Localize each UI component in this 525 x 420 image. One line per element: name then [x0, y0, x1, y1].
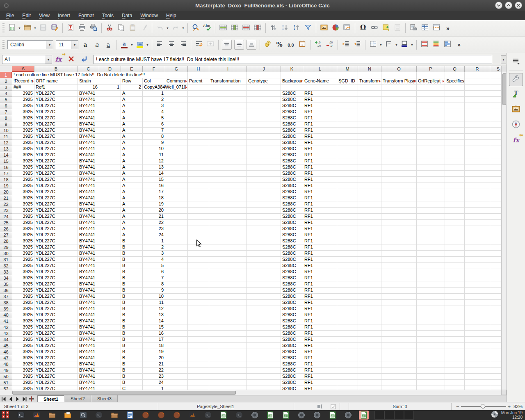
- cell[interactable]: [381, 232, 417, 238]
- cell[interactable]: [247, 257, 281, 263]
- cell[interactable]: [99, 275, 121, 281]
- cell[interactable]: [337, 269, 358, 275]
- zoom-slider[interactable]: − +: [456, 402, 511, 411]
- cell[interactable]: [209, 355, 247, 361]
- redo-dropdown-icon[interactable]: ▼: [181, 23, 185, 34]
- cell[interactable]: BY4741: [78, 318, 99, 324]
- cell[interactable]: [165, 306, 188, 312]
- cell[interactable]: [358, 72, 381, 78]
- cell[interactable]: [417, 183, 445, 189]
- cell[interactable]: YDL227C: [34, 343, 78, 349]
- toolbar-grip[interactable]: [2, 23, 5, 33]
- cell[interactable]: Specifics: [445, 78, 465, 84]
- cell[interactable]: [381, 374, 417, 380]
- cell[interactable]: [188, 380, 209, 386]
- font-color-button[interactable]: a: [119, 39, 130, 50]
- cell[interactable]: [465, 158, 490, 164]
- zoom-percent[interactable]: 83%: [514, 402, 523, 411]
- cell[interactable]: [99, 300, 121, 306]
- minimize-button[interactable]: [495, 2, 502, 9]
- cell[interactable]: BY4741: [78, 109, 99, 115]
- cell[interactable]: 16: [78, 84, 99, 91]
- format-date-button[interactable]: 3: [297, 39, 308, 50]
- cell[interactable]: [417, 238, 445, 244]
- cell[interactable]: RF1: [303, 121, 337, 128]
- cell[interactable]: [465, 275, 490, 281]
- cell[interactable]: [337, 324, 358, 331]
- taskbar-firefox-icon[interactable]: [172, 411, 182, 420]
- cell[interactable]: 3925: [12, 380, 34, 386]
- cell[interactable]: [417, 208, 445, 214]
- cell[interactable]: [99, 183, 121, 189]
- sidebar-properties-button[interactable]: [509, 73, 523, 86]
- insert-image-button[interactable]: [319, 23, 329, 34]
- cell[interactable]: A: [121, 183, 143, 189]
- cell[interactable]: [358, 349, 381, 355]
- taskbar-matlab-icon[interactable]: [32, 411, 41, 420]
- cell[interactable]: [465, 324, 490, 331]
- cell[interactable]: RF1: [303, 140, 337, 146]
- cell[interactable]: [358, 275, 381, 281]
- cell[interactable]: [381, 386, 417, 390]
- cell[interactable]: 23: [143, 374, 165, 380]
- cell[interactable]: [445, 164, 465, 171]
- cell[interactable]: [337, 275, 358, 281]
- print-preview-button[interactable]: [88, 23, 99, 34]
- cell[interactable]: [165, 115, 188, 121]
- cell[interactable]: [209, 288, 247, 294]
- cell[interactable]: B: [121, 269, 143, 275]
- cell[interactable]: 3925: [12, 251, 34, 257]
- cell[interactable]: [247, 263, 281, 269]
- cell[interactable]: RF1: [303, 189, 337, 195]
- cell[interactable]: [209, 91, 247, 97]
- toolbar-overflow-button[interactable]: »: [454, 39, 464, 50]
- cell[interactable]: A: [121, 195, 143, 201]
- cell[interactable]: [417, 201, 445, 208]
- cell[interactable]: [247, 294, 281, 300]
- cell[interactable]: [188, 146, 209, 152]
- cell[interactable]: Transform: [358, 78, 381, 84]
- cell[interactable]: [99, 380, 121, 386]
- cell[interactable]: BY4741: [78, 232, 99, 238]
- cell[interactable]: [490, 368, 501, 374]
- cell[interactable]: RF1: [303, 318, 337, 324]
- increase-indent-button[interactable]: [340, 39, 351, 50]
- cell[interactable]: [490, 257, 501, 263]
- cell[interactable]: [465, 78, 490, 84]
- cell[interactable]: [358, 294, 381, 300]
- cell[interactable]: [445, 183, 465, 189]
- cell[interactable]: [188, 134, 209, 140]
- cell[interactable]: 3925: [12, 115, 34, 121]
- cell[interactable]: BY4741: [78, 177, 99, 183]
- cell[interactable]: [247, 318, 281, 324]
- cell[interactable]: [209, 263, 247, 269]
- cell[interactable]: [188, 288, 209, 294]
- save-as-button[interactable]: [49, 23, 60, 34]
- highlight-color-dropdown-icon[interactable]: ▼: [146, 39, 149, 50]
- cell[interactable]: BY4741: [78, 349, 99, 355]
- cell[interactable]: 5: [143, 263, 165, 269]
- taskbar-matlab-dark-icon[interactable]: [187, 411, 197, 420]
- cell[interactable]: 3925: [12, 128, 34, 134]
- taskbar-terminal-dim-icon[interactable]: [203, 411, 213, 420]
- cell[interactable]: [247, 109, 281, 115]
- cell[interactable]: [358, 201, 381, 208]
- row-header-16[interactable]: 16: [0, 164, 12, 171]
- cell[interactable]: [99, 121, 121, 128]
- row-header-37[interactable]: 37: [0, 294, 12, 300]
- cell[interactable]: YDL227C: [34, 109, 78, 115]
- cell[interactable]: [417, 134, 445, 140]
- cell[interactable]: [247, 208, 281, 214]
- cell[interactable]: [465, 374, 490, 380]
- cell[interactable]: S288C: [281, 337, 303, 343]
- cell[interactable]: [490, 183, 501, 189]
- cell[interactable]: [99, 269, 121, 275]
- cell[interactable]: [209, 300, 247, 306]
- cell[interactable]: [337, 134, 358, 140]
- cell[interactable]: RF1: [303, 257, 337, 263]
- cell[interactable]: [465, 386, 490, 390]
- cell[interactable]: [337, 84, 358, 91]
- cell[interactable]: [209, 152, 247, 158]
- cell[interactable]: [188, 128, 209, 134]
- row-header-46[interactable]: 46: [0, 349, 12, 355]
